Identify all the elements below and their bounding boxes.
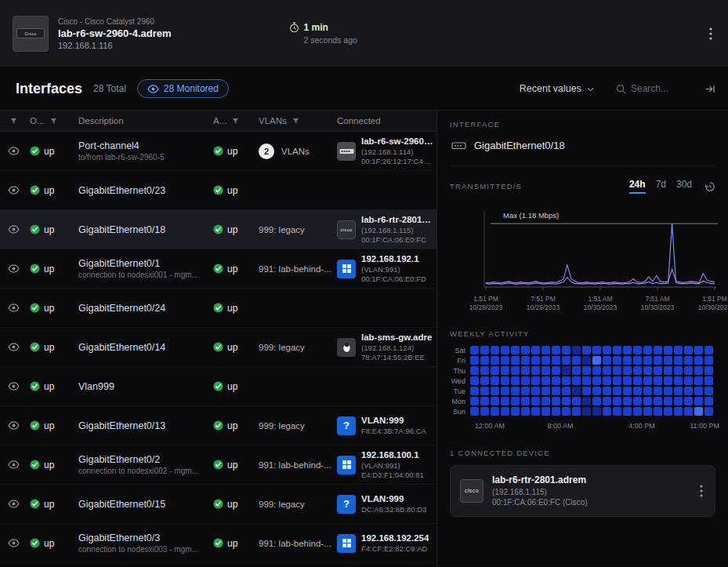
filter-icon[interactable] [292,118,299,125]
connected-cell[interactable]: ?VLAN:999DC:A6:32:8B:80:D3 [334,485,436,523]
visibility-eye-icon[interactable] [8,460,20,469]
chart-x-axis: 1:51 PM10/29/20237:51 PM10/29/20231:51 A… [483,295,718,315]
vlans-cell: 991: lab-behind-... [255,445,334,484]
heatmap-cell [511,407,520,416]
heatmap-cell [592,356,601,365]
chart-x-tick: 7:51 PM10/29/2023 [527,295,560,313]
table-row[interactable]: upGigabitEthernet0/24up [0,289,436,328]
filter-icon[interactable] [232,118,239,125]
filter-icon[interactable] [50,118,57,125]
heatmap-cell [572,407,581,416]
visibility-eye-icon[interactable] [8,225,20,234]
oper-status-text: up [44,264,54,274]
heatmap-cell [684,387,693,395]
table-row[interactable]: upGigabitEthernet0/13up999: legacy?VLAN:… [0,406,436,445]
description-cell: GigabitEthernet0/13 [75,406,210,445]
heatmap-day-label: Sat [450,347,470,354]
visibility-eye-icon[interactable] [8,147,20,155]
heatmap-cell [491,387,499,395]
connected-mac: 78:A7:14:55:2B:EE [361,353,432,362]
heatmap-cell [674,407,683,416]
oper-status-text: up [44,224,54,235]
connected-cell[interactable]: lab-sms-gw.adre(192.168.1.124)78:A7:14:5… [334,328,436,366]
heatmap-cell [684,397,693,405]
connected-device-card[interactable]: cisco lab-r6-rtr-2801.adrem (192.168.1.1… [450,465,715,517]
total-count: 28 Total [93,83,126,94]
interface-details-panel: INTERFACE GigabitEthernet0/18 TRANSMITTE… [436,111,728,567]
heatmap-cell [582,356,591,365]
heatmap-cell [470,346,479,354]
search-input[interactable] [631,83,687,94]
tab-24h[interactable]: 24h [629,179,646,194]
heatmap-cell [480,376,489,385]
admin-status-badge: up [213,420,237,431]
heatmap-cell [633,356,642,365]
visibility-eye-icon[interactable] [8,264,20,273]
heatmap-cell [541,376,550,385]
visibility-eye-icon[interactable] [8,343,20,351]
heatmap-cell [664,356,672,365]
connected-device-text: lab-sms-gw.adre(192.168.1.124)78:A7:14:5… [361,332,432,362]
filter-icon[interactable] [10,118,17,125]
heatmap-cell [592,346,601,354]
heatmap-cell [643,397,652,405]
range-tabs: 24h 7d 30d [629,179,692,194]
heatmap-cell [613,407,621,416]
header-menu-icon[interactable] [706,24,715,43]
heatmap-cell [480,387,489,395]
table-row[interactable]: upGigabitEthernet0/2connection to nodesx… [0,445,436,485]
table-row[interactable]: upGigabitEthernet0/14up999: legacylab-sm… [0,328,436,367]
heatmap-cell [603,407,611,416]
heatmap-cell [633,346,642,354]
connected-device-text: lab-r6-rtr-2801.a...(192.168.1.115)00:1F… [361,214,433,244]
visibility-eye-icon[interactable] [8,382,20,391]
tab-30d[interactable]: 30d [676,179,692,194]
connected-cell[interactable]: lab-r6-sw-2960-...(192.168.1.114)00:1F:2… [334,132,436,170]
admin-status-text: up [227,264,237,274]
history-icon[interactable] [704,181,715,192]
heatmap-cell [521,356,530,365]
collapse-panel-icon[interactable] [704,84,715,94]
admin-status-badge: up [213,499,237,510]
heatmap-cell [572,356,581,365]
admin-status-badge: up [213,224,237,235]
connected-cell[interactable]: 192.168.100.1(VLAN:991)E4:D3:F1:04:00:81 [334,445,436,484]
tab-7d[interactable]: 7d [656,179,666,194]
heatmap-cell [613,376,621,385]
heatmap-cell [552,356,560,365]
table-row[interactable]: upGigabitEthernet0/18up999: legacyciscol… [0,210,436,249]
col-description: Description [78,116,124,125]
oper-status-badge: up [30,185,54,196]
heatmap-cell [470,397,479,405]
visibility-eye-icon[interactable] [8,186,20,194]
visibility-eye-icon[interactable] [8,539,20,547]
chart-x-tick: 1:51 PM10/30/2023 [698,295,728,313]
connected-name: 192.168.192.254 [361,532,429,543]
heatmap-cell [603,376,611,385]
visibility-eye-icon[interactable] [8,303,20,312]
table-row[interactable]: upGigabitEthernet0/3connection to nodesx… [0,524,436,563]
visibility-eye-icon[interactable] [8,500,20,508]
time-tick: 4:00 PM [628,422,655,430]
heatmap-cell [531,366,540,375]
connected-cell[interactable]: 192.168.192.254F4:CF:E2:82:C9:AD [334,524,436,562]
interface-subtitle: connection to nodesxi001 - mgm... [78,271,198,279]
table-row[interactable]: upVlan999up [0,367,436,406]
heatmap-cell [511,387,520,395]
check-circle-icon [30,224,40,234]
table-row[interactable]: upGigabitEthernet0/23up [0,171,436,210]
visibility-eye-icon[interactable] [8,421,20,430]
description-cell: GigabitEthernet0/3connection to nodesxi0… [75,524,210,562]
connected-cell[interactable]: ciscolab-r6-rtr-2801.a...(192.168.1.115)… [334,210,436,249]
device-menu-icon[interactable] [697,482,705,500]
oper-status-text: up [44,342,54,353]
oper-status-badge: up [30,420,54,431]
connected-cell[interactable]: ?VLAN:999F8:E4:3B:7A:96:CA [334,406,436,445]
connected-cell[interactable]: 192.168.192.1(VLAN:991)00:1F:CA:06:E0:FD [334,249,436,288]
connected-name: 192.168.100.1 [361,449,424,460]
monitored-filter-pill[interactable]: 28 Monitored [137,79,229,98]
table-row[interactable]: upGigabitEthernet0/1connection to nodesx… [0,249,436,289]
table-row[interactable]: upGigabitEthernet0/15up999: legacy?VLAN:… [0,485,436,524]
values-dropdown[interactable]: Recent values [520,83,594,94]
table-row[interactable]: upPort-channel4to/from lab-r6-sw-2960-5u… [0,132,436,171]
